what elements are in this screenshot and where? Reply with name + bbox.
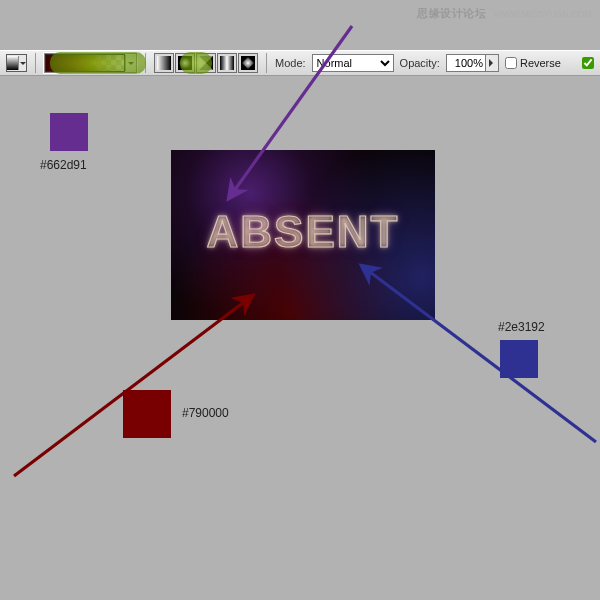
artwork-preview: ABSENT xyxy=(171,150,435,320)
divider xyxy=(145,53,146,73)
svg-line-8 xyxy=(14,296,252,476)
watermark-sub: WWW.MISSYUAN.COM xyxy=(494,9,592,19)
swatch-purple xyxy=(50,113,88,151)
swatch-maroon xyxy=(123,390,171,438)
opacity-input-wrap xyxy=(446,54,499,72)
reverse-checkbox-wrap[interactable]: Reverse xyxy=(505,57,561,69)
svg-rect-0 xyxy=(157,56,171,70)
radial-icon[interactable] xyxy=(175,53,195,73)
linear-icon[interactable] xyxy=(154,53,174,73)
opacity-input[interactable] xyxy=(447,56,485,70)
dither-checkbox-wrap[interactable] xyxy=(582,57,594,69)
gradient-toolbar: Mode: Normal Opacity: Reverse xyxy=(0,50,600,76)
swatch-maroon-label: #790000 xyxy=(182,406,229,420)
foreground-gradient-well[interactable] xyxy=(6,54,27,72)
opacity-flyout-icon[interactable] xyxy=(485,55,498,71)
reverse-checkbox[interactable] xyxy=(505,57,517,69)
dither-checkbox[interactable] xyxy=(582,57,594,69)
mode-select[interactable]: Normal xyxy=(312,54,394,72)
divider xyxy=(266,53,267,73)
mode-label: Mode: xyxy=(275,57,306,69)
opacity-label: Opacity: xyxy=(400,57,440,69)
gradient-preview[interactable] xyxy=(44,53,137,73)
watermark: 思缘设计论坛 WWW.MISSYUAN.COM xyxy=(417,6,592,21)
swatch-purple-label: #662d91 xyxy=(40,158,87,172)
watermark-main: 思缘设计论坛 xyxy=(417,7,486,19)
reverse-label: Reverse xyxy=(520,57,561,69)
svg-point-2 xyxy=(179,57,191,69)
angle-icon[interactable] xyxy=(196,53,216,73)
divider xyxy=(35,53,36,73)
artwork-text: ABSENT xyxy=(171,207,435,257)
swatch-blue xyxy=(500,340,538,378)
gradient-type-buttons xyxy=(154,53,258,73)
reflected-icon[interactable] xyxy=(217,53,237,73)
diamond-icon[interactable] xyxy=(238,53,258,73)
swatch-blue-label: #2e3192 xyxy=(498,320,545,334)
svg-rect-4 xyxy=(220,56,234,70)
